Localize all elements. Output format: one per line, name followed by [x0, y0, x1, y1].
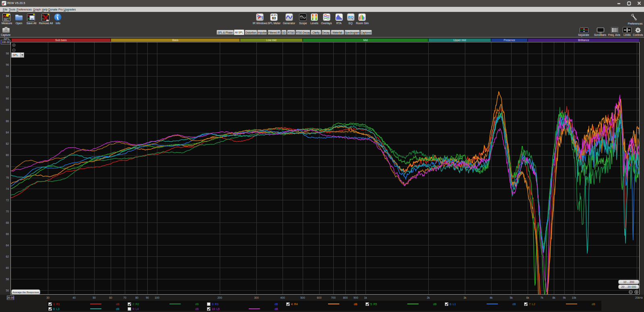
svg-text:EQ: EQ: [348, 15, 354, 19]
svg-text:83: 83: [272, 16, 276, 20]
